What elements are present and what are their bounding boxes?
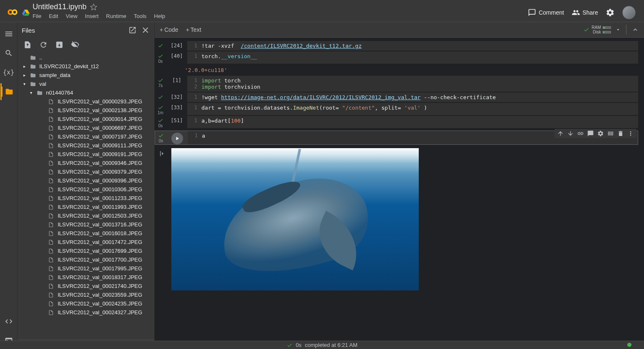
- file-item[interactable]: ILSVRC2012_val_00017700.JPEG: [18, 255, 154, 264]
- file-item[interactable]: ILSVRC2012_val_00006697.JPEG: [18, 123, 154, 132]
- add-text-button[interactable]: +Text: [186, 26, 201, 33]
- add-code-button[interactable]: +Code: [160, 26, 178, 33]
- cell-input[interactable]: 1dart = torchvision.datasets.ImageNet(ro…: [187, 103, 638, 115]
- colab-logo: [5, 5, 20, 20]
- link-icon[interactable]: [577, 130, 584, 137]
- comment-icon: [528, 8, 536, 17]
- file-tree[interactable]: ..▸ILSVRC2012_devkit_t12▸sample_data▾val…: [18, 51, 154, 339]
- upload-icon[interactable]: [23, 41, 32, 49]
- file-title[interactable]: Untitled11.ipynb: [33, 3, 87, 11]
- connected-check-icon: [583, 27, 589, 33]
- settings-icon[interactable]: [606, 8, 615, 17]
- mount-drive-icon[interactable]: [55, 41, 64, 49]
- cell-input[interactable]: 1import torch2import torchvision: [187, 76, 638, 92]
- drive-icon: [22, 8, 30, 17]
- menu-help[interactable]: Help: [154, 13, 165, 19]
- status-bar: 0s completed at 6:21 AM: [0, 341, 644, 349]
- delete-icon[interactable]: [617, 130, 624, 137]
- file-item[interactable]: ILSVRC2012_val_00007197.JPEG: [18, 132, 154, 141]
- file-item[interactable]: ILSVRC2012_val_00003014.JPEG: [18, 115, 154, 123]
- move-down-icon[interactable]: [567, 130, 574, 137]
- cell-output-image: [155, 148, 644, 290]
- folder-sample_data[interactable]: ▸sample_data: [18, 71, 154, 80]
- file-toolbar: [18, 38, 154, 51]
- output-toggle-icon[interactable]: [159, 150, 166, 157]
- notebook-cells[interactable]: [24] 1!tar -xvzf /content/ILSVRC2012_dev…: [155, 38, 644, 349]
- exec-count: [33]: [166, 103, 187, 115]
- resource-indicator[interactable]: RAM Disk: [592, 25, 611, 34]
- file-item[interactable]: ILSVRC2012_val_00012503.JPEG: [18, 211, 154, 220]
- file-item[interactable]: ILSVRC2012_val_00009396.JPEG: [18, 176, 154, 185]
- share-label: Share: [583, 9, 598, 16]
- app-header: Untitled11.ipynb File Edit View Insert R…: [0, 0, 644, 22]
- run-button[interactable]: [171, 133, 183, 144]
- cell-output: '2.0.0+cu118': [155, 64, 644, 76]
- code-cell[interactable]: [24] 1!tar -xvzf /content/ILSVRC2012_dev…: [155, 41, 644, 51]
- file-item[interactable]: ILSVRC2012_val_00024327.JPEG: [18, 308, 154, 317]
- hidden-files-icon[interactable]: [71, 41, 79, 49]
- code-cell-active[interactable]: 0s 1a: [155, 129, 644, 146]
- file-item[interactable]: ILSVRC2012_val_00011993.JPEG: [18, 203, 154, 211]
- file-item[interactable]: ILSVRC2012_val_00009111.JPEG: [18, 141, 154, 150]
- code-cell[interactable]: 0s [40] 1torch.__version__: [155, 51, 644, 64]
- file-item[interactable]: ILSVRC2012_val_00017995.JPEG: [18, 264, 154, 273]
- file-item[interactable]: ILSVRC2012_val_00002138.JPEG: [18, 106, 154, 115]
- collapse-icon[interactable]: [631, 26, 639, 33]
- file-item[interactable]: ILSVRC2012_val_00000293.JPEG: [18, 97, 154, 106]
- move-up-icon[interactable]: [557, 130, 564, 137]
- file-item[interactable]: ILSVRC2012_val_00009346.JPEG: [18, 159, 154, 167]
- cell-input[interactable]: 1!wget https://image-net.org/data/ILSVRC…: [187, 92, 638, 102]
- menu-file[interactable]: File: [33, 13, 41, 19]
- new-window-icon[interactable]: [128, 26, 137, 34]
- code-cell[interactable]: [32] 1!wget https://image-net.org/data/I…: [155, 92, 644, 102]
- close-panel-icon[interactable]: [141, 26, 150, 35]
- folder-ILSVRC2012_devkit_t12[interactable]: ▸ILSVRC2012_devkit_t12: [18, 62, 154, 71]
- dir-up[interactable]: ..: [18, 53, 154, 62]
- menu-insert[interactable]: Insert: [85, 13, 99, 19]
- file-item[interactable]: ILSVRC2012_val_00021740.JPEG: [18, 282, 154, 290]
- variables-icon[interactable]: {x}: [0, 64, 17, 81]
- toc-icon[interactable]: [0, 26, 17, 42]
- star-icon[interactable]: [90, 3, 97, 11]
- file-item[interactable]: ILSVRC2012_val_00016018.JPEG: [18, 229, 154, 238]
- more-icon[interactable]: [627, 130, 634, 137]
- share-button[interactable]: Share: [572, 8, 598, 17]
- file-item[interactable]: ILSVRC2012_val_00017472.JPEG: [18, 238, 154, 246]
- comment-button[interactable]: Comment: [528, 8, 564, 17]
- left-rail: {x}: [0, 22, 18, 349]
- folder-n01440764[interactable]: ▾n01440764: [18, 88, 154, 97]
- menu-view[interactable]: View: [66, 13, 77, 19]
- folder-val[interactable]: ▾val: [18, 80, 154, 88]
- status-check-icon: [287, 342, 293, 348]
- exec-count: [24]: [166, 41, 187, 51]
- cell-input[interactable]: 1a,b=dart[100]: [187, 116, 638, 128]
- menu-runtime[interactable]: Runtime: [106, 13, 126, 19]
- cell-input[interactable]: 1!tar -xvzf /content/ILSVRC2012_devkit_t…: [187, 41, 638, 51]
- file-item[interactable]: ILSVRC2012_val_00011233.JPEG: [18, 194, 154, 203]
- file-item[interactable]: ILSVRC2012_val_00017699.JPEG: [18, 246, 154, 255]
- cell-settings-icon[interactable]: [597, 130, 604, 137]
- file-item[interactable]: ILSVRC2012_val_00023559.JPEG: [18, 290, 154, 299]
- menu-edit[interactable]: Edit: [49, 13, 58, 19]
- file-item[interactable]: ILSVRC2012_val_00018317.JPEG: [18, 273, 154, 282]
- code-cell[interactable]: 0s [51] 1a,b=dart[100]: [155, 116, 644, 128]
- cell-input[interactable]: 1torch.__version__: [187, 51, 638, 64]
- code-cell[interactable]: 7s [1] 1import torch2import torchvision: [155, 76, 644, 92]
- code-cell[interactable]: 1m [33] 1dart = torchvision.datasets.Ima…: [155, 103, 644, 115]
- resource-dropdown-icon[interactable]: [615, 27, 621, 33]
- search-icon[interactable]: [0, 45, 17, 62]
- menu-tools[interactable]: Tools: [134, 13, 146, 19]
- code-snippets-icon[interactable]: [0, 313, 17, 330]
- user-avatar[interactable]: [622, 6, 636, 19]
- mirror-icon[interactable]: [607, 130, 614, 137]
- file-item[interactable]: ILSVRC2012_val_00009191.JPEG: [18, 150, 154, 159]
- file-item[interactable]: ILSVRC2012_val_00009379.JPEG: [18, 167, 154, 176]
- add-code-label: Code: [164, 26, 178, 33]
- refresh-icon[interactable]: [39, 41, 48, 49]
- cell-comment-icon[interactable]: [587, 130, 594, 137]
- connection-dot: [627, 343, 631, 347]
- file-item[interactable]: ILSVRC2012_val_00013716.JPEG: [18, 220, 154, 229]
- files-icon[interactable]: [0, 83, 17, 100]
- file-item[interactable]: ILSVRC2012_val_00010306.JPEG: [18, 185, 154, 194]
- file-item[interactable]: ILSVRC2012_val_00024235.JPEG: [18, 299, 154, 308]
